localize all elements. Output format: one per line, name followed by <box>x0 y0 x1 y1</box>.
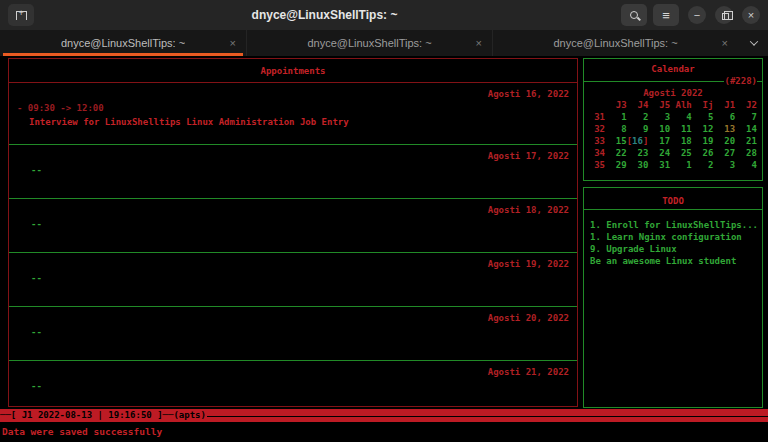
restore-button[interactable] <box>715 6 733 24</box>
calendar-day[interactable]: 30 <box>627 159 649 171</box>
search-icon <box>630 11 638 19</box>
calendar-day[interactable]: 1 <box>670 159 692 171</box>
calendar-day[interactable]: 22 <box>605 147 627 159</box>
week-number: 32 <box>594 123 605 135</box>
calendar-day[interactable]: 2 <box>692 159 714 171</box>
minimize-button[interactable]: − <box>688 6 706 24</box>
week-number: 33 <box>594 135 605 147</box>
calendar-day[interactable]: 27 <box>713 147 735 159</box>
calendar-day[interactable]: 31 <box>648 159 670 171</box>
week-number: 35 <box>594 159 605 171</box>
appointments-day-list: Agosti 16, 2022- 09:30 -> 12:00Interview… <box>9 83 577 407</box>
appointments-title: Appointments <box>9 59 577 83</box>
new-tab-icon <box>16 11 27 20</box>
appointments-panel: Appointments Agosti 16, 2022- 09:30 -> 1… <box>8 58 578 407</box>
weekday-header: J1 <box>713 99 735 111</box>
appointment-empty-marker: -- <box>9 271 577 285</box>
calendar-day[interactable]: 12 <box>692 123 714 135</box>
calendar-day-selected[interactable]: [16] <box>627 135 649 147</box>
minimize-icon: − <box>694 10 700 21</box>
calendar-day-today[interactable]: 13 <box>713 123 735 135</box>
calendar-day[interactable]: 24 <box>648 147 670 159</box>
status-bar-text: ──[ J1 2022-08-13 | 19:16:50 ]──(apts) <box>0 409 206 422</box>
calendar-day[interactable]: 11 <box>670 123 692 135</box>
menu-button[interactable]: ≡ <box>653 4 679 26</box>
calendar-day[interactable]: 29 <box>605 159 627 171</box>
tab-bar: dnyce@LinuxShellTips: ~×dnyce@LinuxShell… <box>0 30 768 56</box>
todo-list: 1. Enroll for LinuxShellTips...1. Learn … <box>584 210 762 267</box>
calendar-day[interactable]: 25 <box>670 147 692 159</box>
calendar-day[interactable]: 23 <box>627 147 649 159</box>
calendar-day[interactable]: 7 <box>735 111 757 123</box>
calendar-day[interactable]: 10 <box>648 123 670 135</box>
calendar-panel: Calendar (#228) Agosti 2022 J3J4J5AlhIjJ… <box>583 58 763 181</box>
calendar-day[interactable]: 8 <box>605 123 627 135</box>
calendar-day[interactable]: 4 <box>735 159 757 171</box>
tab-label: dnyce@LinuxShellTips: ~ <box>553 37 677 49</box>
calendar-day[interactable]: 19 <box>692 135 714 147</box>
titlebar-controls: ≡ − × <box>615 4 760 26</box>
appointment-date: Agosti 21, 2022 <box>9 361 577 379</box>
calendar-day[interactable]: 28 <box>735 147 757 159</box>
calendar-day[interactable]: 4 <box>670 111 692 123</box>
calendar-day[interactable]: 21 <box>735 135 757 147</box>
calendar-day[interactable]: 14 <box>735 123 757 135</box>
appointment-empty-marker: -- <box>9 217 577 231</box>
calendar-day[interactable]: 6 <box>713 111 735 123</box>
appointment-description: Interview for LinuxShelltips Linux Admin… <box>9 115 577 129</box>
appointment-day-section: Agosti 21, 2022-- <box>9 361 577 407</box>
tab-label: dnyce@LinuxShellTips: ~ <box>307 37 431 49</box>
tab-chevron-button[interactable] <box>740 30 768 56</box>
close-button[interactable]: × <box>742 6 760 24</box>
divider-line <box>584 81 724 82</box>
week-number: 34 <box>594 147 605 159</box>
weekday-header: Alh <box>670 99 692 111</box>
terminal-window: dnyce@LinuxShellTips: ~ ≡ − × dnyce@Linu… <box>0 0 768 442</box>
terminal-tab[interactable]: dnyce@LinuxShellTips: ~× <box>492 30 738 56</box>
appointment-date: Agosti 17, 2022 <box>9 145 577 163</box>
week-number-spacer <box>594 99 605 111</box>
calendar-day[interactable]: 17 <box>648 135 670 147</box>
appointment-date: Agosti 20, 2022 <box>9 307 577 325</box>
calendar-week-row: 3422232425262728 <box>584 147 762 159</box>
window-title: dnyce@LinuxShellTips: ~ <box>34 8 615 22</box>
divider-line <box>757 81 762 82</box>
new-tab-button[interactable] <box>8 4 34 26</box>
terminal-tab[interactable]: dnyce@LinuxShellTips: ~× <box>0 30 246 56</box>
status-bar-rule <box>207 416 768 417</box>
terminal-tab[interactable]: dnyce@LinuxShellTips: ~× <box>246 30 492 56</box>
appointment-empty-marker: -- <box>9 163 577 177</box>
todo-item: 1. Enroll for LinuxShellTips... <box>584 219 762 231</box>
calendar-day[interactable]: 18 <box>670 135 692 147</box>
appointment-day-section: Agosti 17, 2022-- <box>9 145 577 199</box>
terminal-content[interactable]: Appointments Agosti 16, 2022- 09:30 -> 1… <box>0 56 768 442</box>
calendar-month-label: Agosti 2022 <box>584 87 762 99</box>
calendar-day[interactable]: 20 <box>713 135 735 147</box>
calendar-week-row: 3315[16]1718192021 <box>584 135 762 147</box>
calendar-day[interactable]: 1 <box>605 111 627 123</box>
calendar-day[interactable]: 3 <box>648 111 670 123</box>
tab-list: dnyce@LinuxShellTips: ~×dnyce@LinuxShell… <box>0 30 738 56</box>
appointment-day-section: Agosti 16, 2022- 09:30 -> 12:00Interview… <box>9 83 577 145</box>
calendar-day[interactable]: 15 <box>605 135 627 147</box>
search-button[interactable] <box>621 4 647 26</box>
calendar-day[interactable]: 9 <box>627 123 649 135</box>
todo-title: TODO <box>584 188 762 210</box>
appointment-date: Agosti 19, 2022 <box>9 253 577 271</box>
calendar-day[interactable]: 26 <box>692 147 714 159</box>
todo-item: 1. Learn Nginx configuration <box>584 231 762 243</box>
appointment-day-section: Agosti 20, 2022-- <box>9 307 577 361</box>
tab-close-icon[interactable]: × <box>722 38 728 49</box>
tab-close-icon[interactable]: × <box>230 38 236 49</box>
appointment-day-section: Agosti 18, 2022-- <box>9 199 577 253</box>
calendar-day[interactable]: 2 <box>627 111 649 123</box>
todo-panel: TODO 1. Enroll for LinuxShellTips...1. L… <box>583 187 763 408</box>
appointment-date: Agosti 18, 2022 <box>9 199 577 217</box>
calendar-day[interactable]: 3 <box>713 159 735 171</box>
calendar-day[interactable]: 5 <box>692 111 714 123</box>
close-icon: × <box>748 10 754 21</box>
tab-close-icon[interactable]: × <box>476 38 482 49</box>
weekday-header: Ij <box>692 99 714 111</box>
appointment-empty-marker: -- <box>9 325 577 339</box>
calendar-title: Calendar <box>584 59 762 77</box>
